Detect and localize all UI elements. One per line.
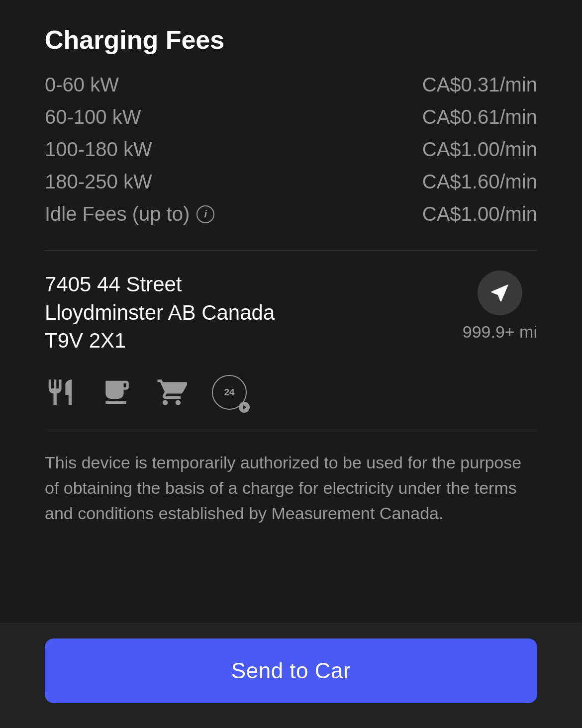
cafe-icon <box>100 377 131 408</box>
fee-value-60-100: CA$0.61/min <box>422 106 537 128</box>
fee-label-180-250: 180-250 kW <box>45 171 152 193</box>
fee-row-180-250: 180-250 kW CA$1.60/min <box>45 166 537 198</box>
24hour-icon: 24 <box>212 375 247 410</box>
send-to-car-button[interactable]: Send to Car <box>45 638 537 703</box>
fee-table: 0-60 kW CA$0.31/min 60-100 kW CA$0.61/mi… <box>45 69 537 230</box>
legal-section: This device is temporarily authorized to… <box>45 450 537 526</box>
fee-value-100-180: CA$1.00/min <box>422 138 537 161</box>
directions-area: 999.9+ mi <box>463 271 537 342</box>
address-line1: 7405 44 Street <box>45 271 275 299</box>
fee-row-60-100: 60-100 kW CA$0.61/min <box>45 101 537 133</box>
legal-text: This device is temporarily authorized to… <box>45 450 537 526</box>
shopping-icon <box>156 377 187 408</box>
fee-label-60-100: 60-100 kW <box>45 106 141 128</box>
fee-value-0-60: CA$0.31/min <box>422 74 537 96</box>
fee-value-idle: CA$1.00/min <box>422 203 537 225</box>
charging-fees-title: Charging Fees <box>45 25 537 55</box>
directions-icon <box>488 281 511 304</box>
address-line3: T9V 2X1 <box>45 327 275 355</box>
fee-label-0-60: 0-60 kW <box>45 74 119 96</box>
divider-1 <box>45 250 537 251</box>
fee-label-idle: Idle Fees (up to) i <box>45 203 214 225</box>
address-line2: Lloydminster AB Canada <box>45 299 275 327</box>
fee-row-0-60: 0-60 kW CA$0.31/min <box>45 69 537 101</box>
info-icon[interactable]: i <box>196 205 214 223</box>
fee-row-100-180: 100-180 kW CA$1.00/min <box>45 133 537 166</box>
directions-button[interactable] <box>478 271 522 315</box>
restaurant-icon <box>45 377 76 408</box>
bottom-bar: Send to Car <box>0 623 582 728</box>
address-section: 7405 44 Street Lloydminster AB Canada T9… <box>45 271 537 355</box>
24-badge: 24 <box>212 375 247 410</box>
divider-2 <box>45 430 537 430</box>
distance-text: 999.9+ mi <box>463 322 537 342</box>
amenity-icons: 24 <box>45 375 537 410</box>
fee-row-idle: Idle Fees (up to) i CA$1.00/min <box>45 198 537 230</box>
fee-label-100-180: 100-180 kW <box>45 138 152 161</box>
address-block: 7405 44 Street Lloydminster AB Canada T9… <box>45 271 275 355</box>
fee-value-180-250: CA$1.60/min <box>422 171 537 193</box>
